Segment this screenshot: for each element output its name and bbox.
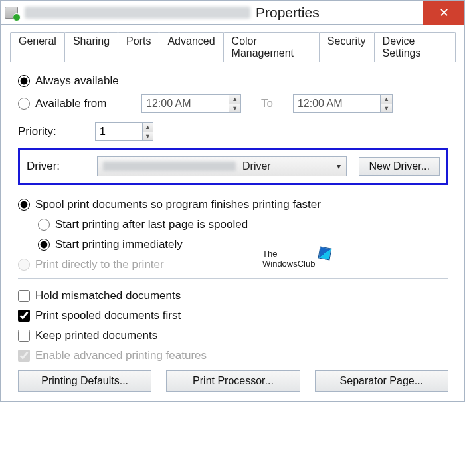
driver-label: Driver: — [27, 160, 85, 173]
printer-icon — [5, 7, 18, 19]
availability-from-row: Available from ▲▼ To ▲▼ — [18, 94, 448, 113]
print-direct-label: Print directly to the printer — [35, 258, 164, 271]
from-time-spinner[interactable]: ▲▼ — [229, 95, 240, 112]
print-direct-radio — [18, 259, 30, 271]
keep-printed-row: Keep printed documents — [18, 329, 448, 342]
to-label: To — [261, 97, 273, 110]
keep-printed-label: Keep printed documents — [35, 329, 157, 342]
bottom-buttons: Printing Defaults... Print Processor... … — [18, 370, 448, 392]
watermark: The WindowsClub — [262, 247, 331, 269]
spooled-first-checkbox[interactable] — [18, 310, 30, 322]
driver-highlight-box: Driver: Driver ▾ New Driver... — [18, 148, 448, 185]
available-to-time[interactable]: ▲▼ — [293, 94, 393, 113]
spooled-first-label: Print spooled documents first — [35, 309, 181, 322]
separator-page-button[interactable]: Separator Page... — [315, 370, 448, 392]
hold-mismatched-label: Hold mismatched documents — [35, 289, 181, 302]
hold-mismatched-checkbox[interactable] — [18, 290, 30, 302]
tab-color-management[interactable]: Color Management — [223, 32, 320, 62]
close-button[interactable]: ✕ — [423, 1, 464, 25]
print-processor-button[interactable]: Print Processor... — [166, 370, 300, 392]
to-time-spinner[interactable]: ▲▼ — [380, 95, 392, 112]
spool-documents-radio[interactable] — [18, 199, 30, 211]
enable-advanced-checkbox — [18, 350, 30, 362]
tab-advanced[interactable]: Advanced — [159, 32, 223, 62]
driver-combo-suffix: Driver — [242, 160, 334, 172]
watermark-line2: WindowsClub — [262, 259, 315, 269]
priority-spinner-buttons[interactable]: ▲▼ — [142, 123, 153, 140]
priority-row: Priority: ▲▼ — [18, 122, 448, 141]
spooled-first-row: Print spooled documents first — [18, 309, 448, 322]
start-immediately-radio[interactable] — [38, 239, 50, 251]
tab-ports[interactable]: Ports — [118, 32, 159, 62]
spool-after-last-row: Start printing after last page is spoole… — [38, 218, 448, 231]
close-icon: ✕ — [439, 5, 449, 20]
client-area: General Sharing Ports Advanced Color Man… — [1, 25, 464, 401]
tab-device-settings[interactable]: Device Settings — [374, 32, 456, 62]
tab-security[interactable]: Security — [319, 32, 375, 62]
start-after-last-radio[interactable] — [38, 219, 50, 231]
to-time-input[interactable] — [294, 95, 380, 112]
availability-always-row: Always available — [18, 74, 448, 88]
from-time-input[interactable] — [142, 95, 229, 112]
spool-immediately-row: Start printing immediately — [38, 238, 448, 251]
priority-label: Priority: — [18, 125, 95, 138]
tab-strip: General Sharing Ports Advanced Color Man… — [10, 31, 455, 62]
keep-printed-checkbox[interactable] — [18, 330, 30, 342]
window-title-suffix: Properties — [256, 5, 320, 21]
chevron-down-icon: ▾ — [334, 162, 343, 171]
enable-adv-row: Enable advanced printing features — [18, 349, 448, 362]
driver-name-blur — [103, 162, 236, 171]
print-direct-row: Print directly to the printer — [18, 258, 448, 271]
new-driver-button[interactable]: New Driver... — [359, 157, 440, 176]
enable-advanced-label: Enable advanced printing features — [35, 349, 207, 362]
properties-window: Properties ✕ General Sharing Ports Advan… — [0, 0, 465, 402]
tab-general[interactable]: General — [10, 32, 65, 62]
start-after-last-label: Start printing after last page is spoole… — [55, 218, 248, 231]
always-available-label: Always available — [35, 74, 119, 88]
start-immediately-label: Start printing immediately — [55, 238, 183, 251]
driver-combobox[interactable]: Driver ▾ — [97, 156, 347, 176]
available-from-label: Available from — [35, 97, 141, 110]
printing-defaults-button[interactable]: Printing Defaults... — [18, 370, 151, 392]
watermark-line1: The — [262, 249, 315, 259]
always-available-radio[interactable] — [18, 75, 30, 87]
available-from-radio[interactable] — [18, 98, 30, 110]
spool-documents-label: Spool print documents so program finishe… — [35, 198, 321, 211]
advanced-panel: Always available Available from ▲▼ To ▲▼… — [10, 62, 455, 392]
windows-icon — [318, 247, 332, 261]
hold-mismatched-row: Hold mismatched documents — [18, 289, 448, 302]
priority-input[interactable] — [96, 123, 142, 140]
title-blur-prefix — [25, 7, 250, 19]
separator-1 — [18, 278, 448, 279]
titlebar: Properties ✕ — [1, 1, 464, 25]
tab-sharing[interactable]: Sharing — [64, 32, 118, 62]
available-from-time[interactable]: ▲▼ — [141, 94, 241, 113]
priority-spinner[interactable]: ▲▼ — [95, 122, 153, 141]
spool-main-row: Spool print documents so program finishe… — [18, 198, 448, 211]
